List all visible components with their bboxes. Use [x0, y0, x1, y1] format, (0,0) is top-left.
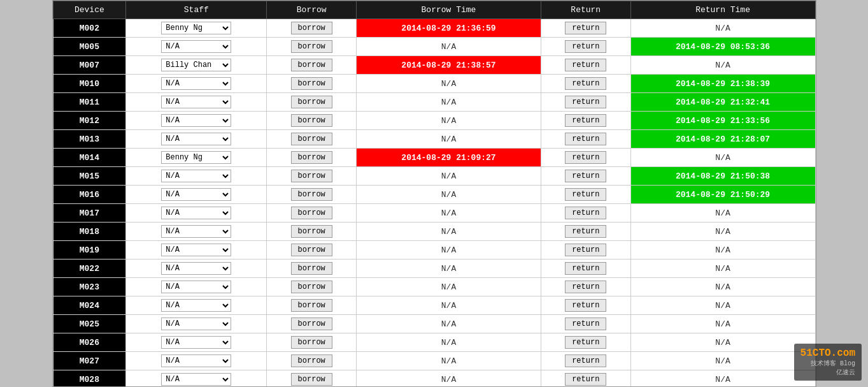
borrow-cell[interactable]: borrow	[267, 149, 357, 167]
return-cell[interactable]: return	[541, 241, 630, 259]
staff-cell[interactable]: N/ABenny NgBilly Chan	[126, 56, 267, 75]
return-button[interactable]: return	[565, 318, 606, 330]
staff-cell[interactable]: N/ABenny NgBilly Chan	[126, 259, 267, 278]
borrow-cell[interactable]: borrow	[267, 112, 357, 130]
borrow-cell[interactable]: borrow	[267, 93, 357, 112]
borrow-button[interactable]: borrow	[291, 40, 332, 53]
borrow-button[interactable]: borrow	[291, 96, 332, 108]
return-button[interactable]: return	[565, 96, 606, 108]
staff-select[interactable]: N/ABenny NgBilly Chan	[161, 170, 231, 182]
return-button[interactable]: return	[565, 40, 606, 53]
return-cell[interactable]: return	[541, 204, 630, 223]
return-button[interactable]: return	[565, 299, 606, 312]
return-cell[interactable]: return	[541, 112, 630, 130]
staff-cell[interactable]: N/ABenny NgBilly Chan	[126, 167, 267, 186]
staff-select[interactable]: N/ABenny NgBilly Chan	[161, 59, 231, 71]
borrow-button[interactable]: borrow	[291, 336, 332, 349]
borrow-button[interactable]: borrow	[291, 170, 332, 182]
return-button[interactable]: return	[565, 281, 606, 293]
return-cell[interactable]: return	[541, 130, 630, 149]
staff-select[interactable]: N/ABenny NgBilly Chan	[161, 318, 231, 330]
return-cell[interactable]: return	[541, 56, 630, 75]
borrow-cell[interactable]: borrow	[267, 241, 357, 259]
staff-cell[interactable]: N/ABenny NgBilly Chan	[126, 315, 267, 333]
staff-select[interactable]: N/ABenny NgBilly Chan	[161, 225, 231, 238]
return-button[interactable]: return	[565, 59, 606, 71]
staff-select[interactable]: N/ABenny NgBilly Chan	[161, 207, 231, 219]
borrow-button[interactable]: borrow	[291, 22, 332, 34]
return-cell[interactable]: return	[541, 186, 630, 204]
staff-cell[interactable]: N/ABenny NgBilly Chan	[126, 130, 267, 149]
staff-select[interactable]: N/ABenny NgBilly Chan	[161, 40, 231, 53]
return-cell[interactable]: return	[541, 333, 630, 352]
staff-cell[interactable]: N/ABenny NgBilly Chan	[126, 370, 267, 388]
staff-cell[interactable]: N/ABenny NgBilly Chan	[126, 93, 267, 112]
borrow-cell[interactable]: borrow	[267, 259, 357, 278]
borrow-cell[interactable]: borrow	[267, 333, 357, 352]
return-button[interactable]: return	[565, 336, 606, 349]
borrow-cell[interactable]: borrow	[267, 278, 357, 296]
staff-cell[interactable]: N/ABenny NgBilly Chan	[126, 278, 267, 296]
staff-cell[interactable]: N/ABenny NgBilly Chan	[126, 333, 267, 352]
staff-select[interactable]: N/ABenny NgBilly Chan	[161, 77, 231, 90]
return-button[interactable]: return	[565, 151, 606, 164]
return-cell[interactable]: return	[541, 315, 630, 333]
return-cell[interactable]: return	[541, 19, 630, 38]
return-cell[interactable]: return	[541, 38, 630, 56]
borrow-button[interactable]: borrow	[291, 188, 332, 201]
borrow-button[interactable]: borrow	[291, 59, 332, 71]
borrow-cell[interactable]: borrow	[267, 167, 357, 186]
borrow-button[interactable]: borrow	[291, 133, 332, 145]
borrow-button[interactable]: borrow	[291, 281, 332, 293]
staff-select[interactable]: N/ABenny NgBilly Chan	[161, 373, 231, 386]
borrow-button[interactable]: borrow	[291, 77, 332, 90]
borrow-cell[interactable]: borrow	[267, 75, 357, 93]
staff-select[interactable]: N/ABenny NgBilly Chan	[161, 281, 231, 293]
borrow-cell[interactable]: borrow	[267, 130, 357, 149]
return-cell[interactable]: return	[541, 223, 630, 241]
staff-select[interactable]: N/ABenny NgBilly Chan	[161, 262, 231, 275]
return-cell[interactable]: return	[541, 93, 630, 112]
staff-select[interactable]: N/ABenny NgBilly Chan	[161, 133, 231, 145]
staff-cell[interactable]: N/ABenny NgBilly Chan	[126, 223, 267, 241]
borrow-button[interactable]: borrow	[291, 207, 332, 219]
return-cell[interactable]: return	[541, 278, 630, 296]
return-button[interactable]: return	[565, 262, 606, 275]
return-button[interactable]: return	[565, 170, 606, 182]
staff-select[interactable]: N/ABenny NgBilly Chan	[161, 244, 231, 256]
staff-cell[interactable]: N/ABenny NgBilly Chan	[126, 296, 267, 315]
borrow-button[interactable]: borrow	[291, 244, 332, 256]
return-cell[interactable]: return	[541, 352, 630, 370]
staff-select[interactable]: N/ABenny NgBilly Chan	[161, 151, 231, 164]
borrow-cell[interactable]: borrow	[267, 296, 357, 315]
return-button[interactable]: return	[565, 188, 606, 201]
return-button[interactable]: return	[565, 225, 606, 238]
borrow-button[interactable]: borrow	[291, 262, 332, 275]
borrow-cell[interactable]: borrow	[267, 186, 357, 204]
staff-select[interactable]: N/ABenny NgBilly Chan	[161, 114, 231, 127]
borrow-cell[interactable]: borrow	[267, 19, 357, 38]
borrow-button[interactable]: borrow	[291, 318, 332, 330]
return-button[interactable]: return	[565, 77, 606, 90]
staff-cell[interactable]: N/ABenny NgBilly Chan	[126, 38, 267, 56]
staff-select[interactable]: N/ABenny NgBilly Chan	[161, 22, 231, 34]
return-button[interactable]: return	[565, 354, 606, 367]
main-table-container[interactable]: Device Staff Borrow Borrow Time Return R…	[52, 0, 816, 387]
borrow-cell[interactable]: borrow	[267, 56, 357, 75]
return-cell[interactable]: return	[541, 75, 630, 93]
staff-select[interactable]: N/ABenny NgBilly Chan	[161, 299, 231, 312]
borrow-cell[interactable]: borrow	[267, 204, 357, 223]
return-cell[interactable]: return	[541, 149, 630, 167]
return-cell[interactable]: return	[541, 167, 630, 186]
return-button[interactable]: return	[565, 22, 606, 34]
staff-cell[interactable]: N/ABenny NgBilly Chan	[126, 149, 267, 167]
return-cell[interactable]: return	[541, 296, 630, 315]
borrow-button[interactable]: borrow	[291, 151, 332, 164]
return-button[interactable]: return	[565, 207, 606, 219]
return-button[interactable]: return	[565, 244, 606, 256]
borrow-button[interactable]: borrow	[291, 354, 332, 367]
staff-cell[interactable]: N/ABenny NgBilly Chan	[126, 75, 267, 93]
borrow-button[interactable]: borrow	[291, 225, 332, 238]
borrow-button[interactable]: borrow	[291, 373, 332, 386]
staff-cell[interactable]: N/ABenny NgBilly Chan	[126, 112, 267, 130]
